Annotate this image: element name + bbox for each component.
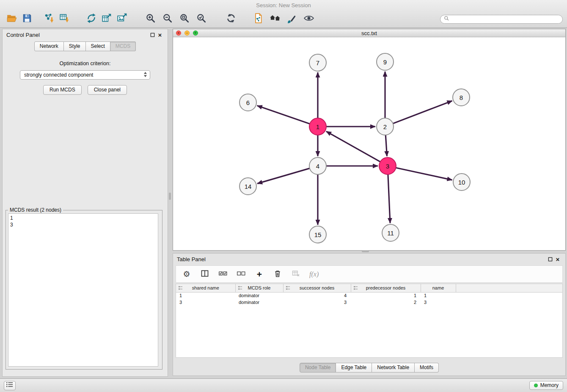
paintbrush-icon bbox=[286, 13, 297, 25]
table-cell[interactable]: 3 bbox=[176, 299, 235, 306]
show-hide-button[interactable] bbox=[300, 12, 317, 26]
graph-edge-2-8[interactable] bbox=[393, 101, 452, 124]
zoom-fit-button[interactable] bbox=[176, 12, 193, 26]
table-header-row: shared name MCDS role successor nodes bbox=[176, 284, 562, 292]
table-cell[interactable]: 1 bbox=[421, 292, 456, 299]
tab-select[interactable]: Select bbox=[86, 41, 110, 51]
network-window-titlebar[interactable]: scc.txt × − + bbox=[173, 29, 565, 37]
mcds-result-item[interactable]: 3 bbox=[10, 221, 158, 228]
import-table-button[interactable] bbox=[57, 12, 72, 26]
table-cell[interactable]: 2 bbox=[351, 299, 421, 306]
tab-network-table[interactable]: Network Table bbox=[372, 363, 415, 373]
network-window-title: scc.txt bbox=[173, 30, 565, 36]
checked-boxes-icon bbox=[219, 269, 227, 279]
tab-network[interactable]: Network bbox=[34, 41, 64, 51]
control-panel: Control Panel × Network Style Select MCD… bbox=[2, 29, 168, 377]
column-header-shared-name[interactable]: shared name bbox=[176, 284, 235, 292]
float-table-panel-icon[interactable] bbox=[546, 255, 554, 263]
optimization-criterion-label: Optimization criterion: bbox=[3, 61, 168, 66]
table-panel: Table Panel × ⚙ + f( bbox=[173, 253, 566, 376]
zoom-in-button[interactable] bbox=[142, 12, 159, 26]
float-panel-icon[interactable] bbox=[149, 31, 156, 39]
function-icon: f(x) bbox=[309, 271, 319, 278]
run-mcds-button[interactable]: Run MCDS bbox=[43, 85, 82, 95]
tab-motifs[interactable]: Motifs bbox=[415, 363, 439, 373]
zoom-out-button[interactable] bbox=[159, 12, 176, 26]
graph-node-label-2: 2 bbox=[383, 123, 387, 130]
table-cell[interactable]: 1 bbox=[351, 292, 421, 299]
column-type-icon bbox=[238, 286, 242, 291]
mcds-result-title: MCDS result (2 nodes) bbox=[8, 207, 63, 213]
zoom-selected-button[interactable] bbox=[193, 12, 210, 26]
new-network-button[interactable] bbox=[84, 12, 99, 26]
graph-edge-2-3[interactable] bbox=[385, 135, 387, 156]
export-table-button[interactable] bbox=[99, 12, 114, 26]
graph-edge-4-14[interactable] bbox=[257, 168, 310, 184]
network-graph[interactable]: 1234678910111415 bbox=[173, 37, 565, 250]
delete-row-button[interactable] bbox=[273, 269, 282, 279]
open-session-button[interactable] bbox=[4, 12, 19, 26]
export-image-button[interactable] bbox=[114, 12, 129, 26]
close-panel-button[interactable]: Close panel bbox=[88, 85, 127, 95]
zoom-in-icon bbox=[145, 13, 156, 25]
clone-network-button[interactable] bbox=[250, 12, 267, 26]
show-column-button[interactable] bbox=[200, 269, 209, 279]
apply-function-button[interactable]: f(x) bbox=[309, 269, 319, 279]
add-row-button[interactable]: + bbox=[255, 269, 264, 279]
column-type-icon bbox=[178, 286, 183, 291]
unselect-all-button[interactable] bbox=[237, 269, 246, 279]
table-cell[interactable]: 1 bbox=[176, 292, 235, 299]
style-tools-button[interactable] bbox=[284, 12, 300, 26]
table-cell[interactable]: dominator bbox=[235, 299, 283, 306]
table-cell[interactable]: dominator bbox=[235, 292, 283, 299]
table-cell[interactable]: 3 bbox=[421, 299, 456, 306]
close-panel-icon[interactable]: × bbox=[156, 31, 164, 39]
refresh-button[interactable] bbox=[223, 12, 239, 26]
graph-edge-3-10[interactable] bbox=[396, 168, 452, 180]
graph-edge-3-1[interactable] bbox=[326, 131, 380, 162]
table-row[interactable]: 3dominator323 bbox=[176, 299, 562, 306]
graph-node-label-14: 14 bbox=[245, 183, 252, 190]
import-network-icon bbox=[44, 13, 55, 25]
table-panel-tabs: Node Table Edge Table Network Table Moti… bbox=[173, 363, 565, 373]
table-cell[interactable]: 3 bbox=[283, 299, 351, 306]
graph-edge-3-11[interactable] bbox=[388, 174, 390, 223]
column-header-name[interactable]: name bbox=[421, 284, 456, 292]
zoom-out-icon bbox=[162, 13, 173, 25]
tab-node-table[interactable]: Node Table bbox=[300, 363, 336, 373]
tab-style[interactable]: Style bbox=[64, 41, 86, 51]
table-cell[interactable]: 4 bbox=[283, 292, 351, 299]
share-arrows-icon bbox=[86, 13, 97, 25]
minimize-window-icon[interactable]: − bbox=[184, 30, 190, 36]
main-toolbar bbox=[0, 11, 567, 27]
horizontal-splitter-handle[interactable] bbox=[362, 250, 369, 252]
first-neighbors-button[interactable] bbox=[267, 12, 284, 26]
column-header-successor-nodes[interactable]: successor nodes bbox=[283, 284, 351, 292]
task-history-button[interactable] bbox=[4, 381, 16, 390]
tab-mcds[interactable]: MCDS bbox=[110, 41, 136, 51]
graph-node-label-8: 8 bbox=[460, 94, 463, 101]
search-input[interactable] bbox=[452, 16, 559, 22]
graph-edge-1-6[interactable] bbox=[257, 106, 310, 124]
save-session-button[interactable] bbox=[19, 12, 35, 26]
graph-node-label-11: 11 bbox=[387, 229, 394, 237]
eye-icon bbox=[303, 13, 314, 25]
maximize-window-icon[interactable]: + bbox=[193, 30, 198, 36]
memory-button[interactable]: Memory bbox=[529, 381, 563, 390]
search-field[interactable] bbox=[440, 15, 563, 24]
delete-table-button[interactable] bbox=[291, 269, 300, 279]
tab-edge-table[interactable]: Edge Table bbox=[336, 363, 372, 373]
criterion-dropdown[interactable]: strongly connected component bbox=[20, 70, 150, 80]
open-folder-icon bbox=[6, 13, 17, 25]
column-header-mcds-role[interactable]: MCDS role bbox=[235, 284, 283, 292]
graph-node-label-7: 7 bbox=[316, 59, 319, 66]
table-settings-button[interactable]: ⚙ bbox=[182, 269, 191, 279]
close-table-panel-icon[interactable]: × bbox=[554, 255, 561, 263]
column-header-predecessor-nodes[interactable]: predecessor nodes bbox=[351, 284, 421, 292]
select-all-button[interactable] bbox=[218, 269, 228, 279]
table-row[interactable]: 1dominator411 bbox=[176, 292, 562, 299]
mcds-result-item[interactable]: 1 bbox=[10, 215, 158, 221]
vertical-splitter-handle[interactable] bbox=[169, 193, 171, 200]
close-window-icon[interactable]: × bbox=[176, 30, 181, 36]
import-network-button[interactable] bbox=[41, 12, 57, 26]
